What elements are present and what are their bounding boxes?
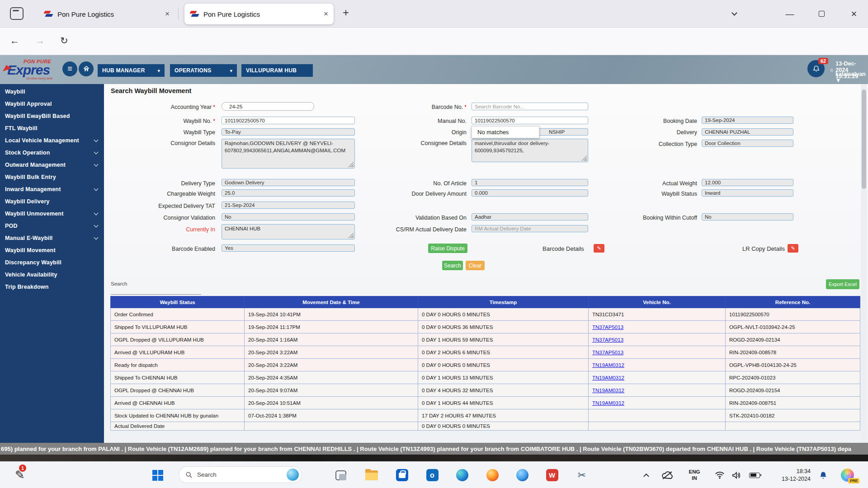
results-search-input[interactable] xyxy=(111,287,201,295)
cell-waybill-status: Ready for dispatch xyxy=(111,359,245,371)
wifi-icon[interactable] xyxy=(713,462,726,488)
sidebar-item-waybill-delivery[interactable]: Waybill Delivery xyxy=(0,195,104,207)
sidebar-item-outward-management[interactable]: Outward Management xyxy=(0,159,104,171)
field-label: Waybill Status xyxy=(589,191,697,197)
window-close-button[interactable]: × xyxy=(842,0,866,28)
vehicle-link[interactable]: TN19AM0312 xyxy=(592,362,624,368)
sidebar-item-waybill-ewaybill-based[interactable]: Waybill EwayBill Based xyxy=(0,110,104,122)
taskbar: ✎ o W ✂ ENGIN 18:3413-12-2024 xyxy=(0,461,868,488)
task-view-button[interactable] xyxy=(335,462,347,488)
no-matches-popup: No matches xyxy=(472,126,539,138)
store-icon xyxy=(396,469,408,481)
scrollbar-thumb[interactable] xyxy=(862,89,866,189)
back-icon[interactable]: ← xyxy=(10,35,19,46)
sidebar-item-waybill-movement[interactable]: Waybill Movement xyxy=(0,244,104,256)
sidebar-item-pod[interactable]: POD xyxy=(0,220,104,232)
search-icon xyxy=(185,471,193,479)
cell-timestamp: 0 DAY 1 HOURS 44 MINUTES xyxy=(418,397,589,409)
vehicle-link[interactable]: TN19AM0312 xyxy=(592,388,624,393)
vehicle-link[interactable]: TN19AM0312 xyxy=(592,375,624,380)
sidebar-item-waybill-bulk-entry[interactable]: Waybill Bulk Entry xyxy=(0,171,104,183)
window-minimize-button[interactable]: — xyxy=(778,0,801,28)
sidebar-item-stock-operation[interactable]: Stock Operation xyxy=(0,146,104,159)
search-button[interactable]: Search xyxy=(442,261,463,270)
edge-button[interactable] xyxy=(456,462,468,488)
cell-reference-no xyxy=(726,422,860,431)
waybill-no-input[interactable]: 10119022500570 xyxy=(222,117,355,124)
barcode-enabled-field: Yes xyxy=(222,244,355,252)
tray-chevron-up-icon[interactable] xyxy=(640,462,652,488)
onedrive-paused-icon[interactable] xyxy=(660,462,675,488)
consignor-details-textarea: Rajmohan,GODOWN DELIVERY @ NEYVELI-60780… xyxy=(222,139,355,169)
role-dropdown[interactable]: HUB MANAGER▾ xyxy=(98,64,165,77)
raise-dispute-button[interactable]: Raise Dispute xyxy=(428,244,467,253)
firefox-button[interactable] xyxy=(486,462,499,488)
sidebar-item-trip-breakdown[interactable]: Trip Breakdown xyxy=(0,281,104,293)
battery-icon[interactable] xyxy=(747,462,762,488)
sidebar-item-vehicle-availability[interactable]: Vehicle Availability xyxy=(0,268,104,281)
user-menu[interactable]: kalaiselvan ▼ xyxy=(835,71,868,84)
sidebar-item-label: Local Vehicle Management xyxy=(5,137,79,144)
browser-tab-1[interactable]: Pon Pure Logistics × xyxy=(38,4,175,24)
expected-delivery-tat-field: 21-Sep-2024 xyxy=(222,202,355,209)
vehicle-link[interactable]: TN19AM0312 xyxy=(592,400,624,406)
browser-app-button[interactable] xyxy=(516,462,528,488)
browser-tab-2-active[interactable]: Pon Pure Logistics × xyxy=(184,4,334,24)
hub-label[interactable]: VILLUPURAM HUB xyxy=(241,64,313,77)
sidebar-item-local-vehicle-management[interactable]: Local Vehicle Management xyxy=(0,134,104,146)
copilot-button[interactable] xyxy=(838,462,856,488)
export-excel-button[interactable]: Export Excel xyxy=(826,279,859,289)
sidebar-item-waybill[interactable]: Waybill xyxy=(0,85,104,98)
validation-based-on-field: Aadhar xyxy=(472,213,588,221)
manual-no-input[interactable]: 10119022500570 xyxy=(472,117,588,124)
browser-tab-bar: Pon Pure Logistics × Pon Pure Logistics … xyxy=(0,0,868,28)
language-indicator[interactable]: ENGIN xyxy=(685,462,703,488)
tab-close-icon[interactable]: × xyxy=(324,9,328,19)
list-all-tabs-icon[interactable] xyxy=(723,0,745,28)
field-label: Origin xyxy=(358,129,467,136)
menu-toggle-button[interactable]: ≡ xyxy=(62,61,77,76)
window-maximize-button[interactable] xyxy=(810,0,833,28)
sidebar-item-manual-e-waybill[interactable]: Manual E-Waybill xyxy=(0,232,104,244)
module-dropdown[interactable]: OPERATIONS▾ xyxy=(170,64,237,77)
new-tab-button[interactable]: + xyxy=(343,6,349,19)
field-label: CS/RM Actual Delivery Date xyxy=(358,226,467,233)
notification-bell-button[interactable] xyxy=(816,462,830,488)
barcode-details-edit-button[interactable]: ✎ xyxy=(594,244,604,253)
volume-icon[interactable] xyxy=(730,462,743,488)
field-label: Delivery xyxy=(589,129,697,136)
vehicle-link[interactable]: TN37AP5013 xyxy=(592,350,623,355)
home-button[interactable] xyxy=(79,61,94,76)
clock-tray[interactable]: 18:3413-12-2024 xyxy=(777,462,816,488)
sidebar-item-waybill-approval[interactable]: Waybill Approval xyxy=(0,98,104,110)
microsoft-store-button[interactable] xyxy=(396,462,408,488)
sidebar-item-waybill-unmovement[interactable]: Waybill Unmovement xyxy=(0,207,104,220)
firefox-view-icon[interactable] xyxy=(10,7,24,20)
sidebar-item-inward-management[interactable]: Inward Management xyxy=(0,183,104,195)
table-row: Shipped To VILLUPURAM HUB19-Sep-2024 11:… xyxy=(111,321,860,333)
clear-button[interactable]: Clear xyxy=(466,261,485,270)
file-explorer-button[interactable] xyxy=(365,462,378,488)
taskbar-search[interactable]: Search xyxy=(179,466,302,483)
table-row: Order Confirmed19-Sep-2024 10:41PM0 DAY … xyxy=(111,308,860,321)
snipping-tool-button[interactable]: ✂ xyxy=(576,462,588,488)
reload-icon[interactable]: ↻ xyxy=(60,35,68,46)
sidebar-item-discrepancy-waybill[interactable]: Discrepancy Waybill xyxy=(0,256,104,268)
accounting-year-select[interactable]: 24-25 xyxy=(222,102,314,111)
vehicle-link[interactable]: TN37AP5013 xyxy=(592,337,623,343)
sidebar-item-ftl-waybill[interactable]: FTL Waybill xyxy=(0,122,104,134)
wps-office-button[interactable]: W xyxy=(546,462,558,488)
actual-weight-field: 12.000 xyxy=(702,179,793,186)
cell-movement-datetime: 20-Sep-2024 10:51AM xyxy=(245,397,418,409)
windows-logo-icon xyxy=(152,470,163,481)
lr-copy-details-edit-button[interactable]: ✎ xyxy=(788,244,798,253)
outlook-button[interactable]: o xyxy=(426,462,439,488)
announcement-ticker: 695) planned for your branch from PALANI… xyxy=(0,443,868,455)
notification-count-badge: 62 xyxy=(818,58,828,64)
barcode-no-input[interactable]: Search Barcode No... xyxy=(472,103,588,110)
chevron-down-icon xyxy=(94,150,99,155)
start-button[interactable] xyxy=(151,462,165,488)
sidebar-item-label: Trip Breakdown xyxy=(5,284,49,290)
vehicle-link[interactable]: TN37AP5013 xyxy=(592,324,623,330)
tab-close-icon[interactable]: × xyxy=(165,9,170,19)
